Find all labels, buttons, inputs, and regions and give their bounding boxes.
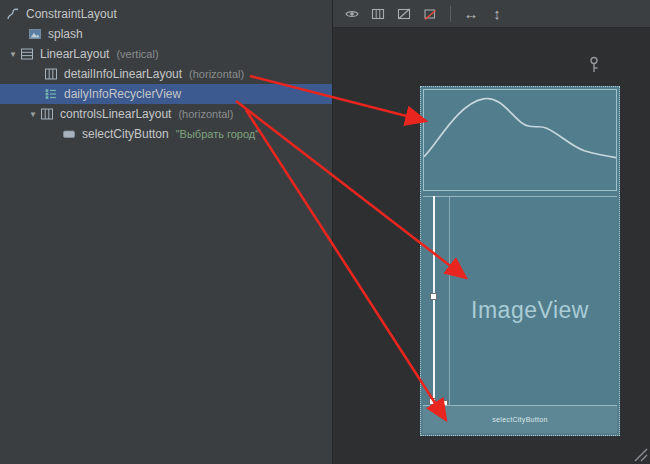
- tree-item-label: detailInfoLinearLayout: [64, 67, 182, 81]
- imageview-component[interactable]: ImageView: [441, 297, 619, 324]
- recycler-view-icon: [44, 87, 58, 101]
- tree-item-text-value: "Выбрать город": [176, 128, 259, 140]
- crossed-columns-icon: [396, 6, 412, 22]
- tree-item-orientation: (horizontal): [178, 108, 233, 120]
- detail-info-component[interactable]: [423, 89, 617, 191]
- tree-item-selectcitybutton[interactable]: selectCityButton "Выбрать город": [0, 124, 332, 144]
- linear-layout-vertical-icon: [20, 47, 34, 61]
- resize-handle[interactable]: [430, 293, 437, 300]
- button-icon: [62, 127, 76, 141]
- linear-layout-horizontal-icon: [40, 107, 54, 121]
- toggle-render-errors-button[interactable]: [419, 3, 441, 25]
- tree-item-label: controlsLinearLayout: [60, 107, 171, 121]
- linear-layout-horizontal-icon: [44, 67, 58, 81]
- columns-icon: [370, 6, 386, 22]
- design-toolbar: ↔ ↕: [333, 0, 650, 28]
- tree-item-constraintlayout[interactable]: ConstraintLayout: [0, 4, 332, 24]
- chart-curve: [424, 90, 616, 190]
- toolbar-separator: [450, 6, 451, 22]
- select-city-button-component[interactable]: selectCityButton: [423, 405, 617, 433]
- red-slash-icon: [422, 6, 438, 22]
- selection-edge[interactable]: [433, 196, 435, 406]
- wrench-icon: [587, 56, 601, 74]
- tree-item-linearlayout[interactable]: ▼ LinearLayout (vertical): [0, 44, 332, 64]
- component-bound-line: [423, 196, 617, 197]
- eye-icon: [344, 6, 360, 22]
- design-surface-panel: ↔ ↕ ImageView se: [332, 0, 650, 464]
- tree-item-orientation: (vertical): [116, 48, 158, 60]
- column-mode-button[interactable]: [367, 3, 389, 25]
- image-icon: [28, 27, 42, 41]
- horizontal-constraint-icon[interactable]: ↔: [460, 5, 482, 22]
- tree-item-label: dailyInfoRecyclerView: [64, 87, 181, 101]
- resize-grip-icon[interactable]: [629, 443, 649, 463]
- component-tree-panel: ConstraintLayout splash ▼ LinearLayout (…: [0, 0, 332, 464]
- tree-item-splash[interactable]: splash: [0, 24, 332, 44]
- tree-item-orientation: (horizontal): [189, 68, 244, 80]
- tree-item-label: ConstraintLayout: [26, 7, 117, 21]
- tree-item-label: LinearLayout: [40, 47, 109, 61]
- chevron-down-icon[interactable]: ▼: [26, 110, 40, 119]
- chevron-down-icon[interactable]: ▼: [6, 50, 20, 59]
- tree-item-label: splash: [48, 27, 83, 41]
- toggle-blueprint-button[interactable]: [393, 3, 415, 25]
- tree-item-detailinfolinearlayout[interactable]: detailInfoLinearLayout (horizontal): [0, 64, 332, 84]
- tree-item-dailyinforecyclerview[interactable]: dailyInfoRecyclerView: [0, 84, 332, 104]
- tree-item-controlslinearlayout[interactable]: ▼ controlsLinearLayout (horizontal): [0, 104, 332, 124]
- constraint-layout-icon: [6, 7, 20, 21]
- design-canvas[interactable]: ImageView selectCityButton: [333, 28, 650, 464]
- view-options-button[interactable]: [341, 3, 363, 25]
- phone-preview[interactable]: ImageView selectCityButton: [420, 86, 620, 436]
- tree-item-label: selectCityButton: [82, 127, 169, 141]
- layout-editor-window: ConstraintLayout splash ▼ LinearLayout (…: [0, 0, 650, 464]
- vertical-constraint-icon[interactable]: ↕: [486, 5, 508, 22]
- resize-handle[interactable]: [429, 398, 436, 405]
